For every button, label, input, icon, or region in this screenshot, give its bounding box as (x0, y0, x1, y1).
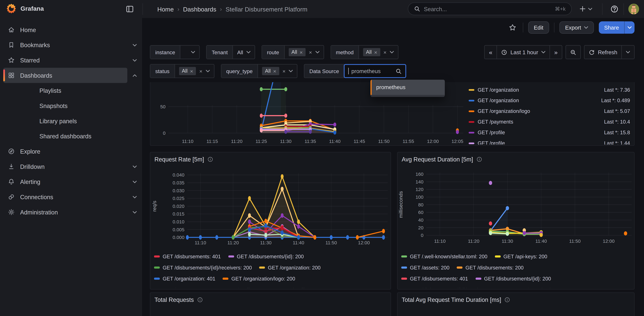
legend-item[interactable]: GET /profileLast *: 1.44 (469, 138, 630, 145)
filter-route[interactable]: routeAll ×× (262, 45, 324, 59)
sidebar-subitem-shared-dashboards[interactable]: Shared dashboards (0, 128, 142, 144)
sidebar-item-alerting[interactable]: Alerting (0, 174, 142, 190)
legend-item[interactable]: GET /.well-known/stellar.toml: 200 (401, 254, 488, 260)
time-back-button[interactable]: « (485, 46, 496, 59)
filter-clear-icon[interactable]: × (384, 49, 386, 55)
info-icon[interactable] (208, 156, 213, 162)
legend-item[interactable]: GET /profile: 401 (272, 287, 319, 288)
filter-instance[interactable]: instance (150, 45, 200, 59)
info-icon[interactable] (476, 156, 482, 162)
legend-item[interactable]: GET /paymentsLast *: 10.4 (469, 117, 630, 127)
new-menu-button[interactable] (579, 5, 592, 12)
star-dashboard-button[interactable] (507, 22, 518, 33)
breadcrumb-item[interactable]: Dashboards (183, 6, 216, 12)
legend-item[interactable]: GET /profileLast *: 15.8 (469, 127, 630, 138)
datasource-option-prometheus[interactable]: prometheus (370, 80, 445, 95)
svg-text:11:55: 11:55 (403, 139, 414, 144)
share-menu-button[interactable] (624, 22, 634, 34)
legend-item[interactable]: GET /disbursements/{id}: 200 (228, 254, 304, 260)
sidebar-toggle-icon[interactable] (126, 5, 134, 13)
panel-title-text[interactable]: Total Requests (154, 296, 194, 303)
time-range-picker[interactable]: Last 1 hour (496, 46, 550, 59)
sidebar-item-administration[interactable]: Administration (0, 204, 142, 220)
chevron-down-icon (133, 59, 137, 62)
share-button[interactable]: Share (599, 22, 624, 34)
filter-method[interactable]: methodAll ×× (330, 45, 398, 59)
refresh-button[interactable]: Refresh (584, 46, 621, 59)
user-avatar[interactable] (628, 4, 639, 14)
filter-clear-icon[interactable]: × (199, 68, 202, 74)
sidebar-subitem-library-panels[interactable]: Library panels (0, 113, 142, 128)
legend-item[interactable]: GET /profile: 200 (217, 287, 264, 288)
legend-item[interactable]: GET /disbursements/{id}/receivers: 200 (401, 287, 499, 288)
breadcrumb-item[interactable]: Home (157, 6, 174, 12)
legend-item[interactable]: GET /organization: 401 (154, 276, 216, 282)
sidebar-item-chevron[interactable] (127, 165, 142, 168)
legend-item[interactable]: GET /disbursements: 401 (401, 276, 468, 282)
info-icon[interactable] (197, 297, 203, 303)
chevron-down-icon (133, 196, 137, 198)
avg-duration-legend: GET /.well-known/stellar.toml: 200GET /a… (401, 251, 630, 288)
legend-item[interactable]: GET /disbursements/{id}: 200 (476, 276, 551, 282)
active-indicator-bar (3, 69, 5, 81)
sidebar-item-chevron[interactable] (127, 180, 142, 183)
filter-data-source[interactable]: Data Sourceprometheus (304, 64, 406, 78)
legend-item[interactable]: GET /organization/logo: 200 (223, 276, 295, 282)
help-icon[interactable] (610, 5, 618, 13)
edit-button[interactable]: Edit (528, 22, 549, 34)
panel-title-text[interactable]: Avg Request Duration [5m] (402, 156, 473, 163)
sidebar-item-chevron[interactable] (127, 44, 142, 46)
chip-remove-icon[interactable]: × (273, 68, 276, 74)
filter-chip[interactable]: All × (262, 67, 279, 75)
chip-remove-icon[interactable]: × (190, 68, 193, 74)
legend-item[interactable]: GET /disbursements: 401 (154, 254, 221, 260)
legend-item[interactable]: GET /organizationLast *: 0.489 (469, 95, 630, 106)
legend-item[interactable]: GET /organization/logoLast *: 5.07 (469, 106, 630, 117)
filter-status[interactable]: statusAll ×× (150, 64, 214, 78)
sidebar-subitem-snapshots[interactable]: Snapshots (0, 98, 142, 113)
legend-item[interactable]: GET /disbursements/{id}/receivers: 200 (154, 265, 252, 270)
legend-item[interactable]: GET /organizationLast *: 7.36 (469, 84, 630, 95)
legend-item[interactable]: GET /organization: 200 (259, 265, 320, 270)
legend-label: GET /organization: 200 (268, 265, 320, 270)
legend-item[interactable]: GET /organization: 200 (506, 287, 568, 288)
sidebar-item-chevron[interactable] (127, 59, 142, 62)
sidebar-item-chevron[interactable] (127, 196, 142, 198)
sidebar-item-chevron[interactable] (127, 211, 142, 213)
refresh-interval-button[interactable] (621, 46, 634, 59)
sidebar-item-starred[interactable]: Starred (0, 52, 142, 68)
breadcrumb-item[interactable]: Stellar Disbursement Platform (226, 6, 308, 12)
filter-chip[interactable]: All × (363, 48, 380, 56)
sidebar-item-connections[interactable]: Connections (0, 189, 142, 204)
info-icon[interactable] (504, 297, 510, 303)
time-forward-button[interactable]: » (550, 46, 562, 59)
filter-chip[interactable]: All × (179, 67, 196, 75)
svg-text:11:30: 11:30 (260, 240, 272, 245)
sidebar-item-chevron[interactable] (127, 74, 142, 77)
filter-chip[interactable]: All × (288, 48, 306, 56)
filter-clear-icon[interactable]: × (309, 49, 312, 55)
filter-tenant[interactable]: TenantAll (206, 45, 255, 59)
search-input[interactable]: Search... ⌘+k (408, 2, 572, 15)
sidebar-item-explore[interactable]: Explore (0, 144, 142, 159)
sidebar-item-bookmarks[interactable]: Bookmarks (0, 38, 142, 53)
zoom-out-button[interactable] (566, 46, 580, 59)
datasource-dropdown: prometheus (370, 80, 445, 97)
datasource-search-input[interactable]: prometheus (344, 64, 406, 78)
legend-item[interactable]: GET /payments: 200 (154, 287, 210, 288)
panel-title-text[interactable]: Request Rate [5m] (154, 156, 204, 163)
legend-item[interactable]: GET /disbursements: 200 (457, 265, 524, 270)
filter-query_type[interactable]: query_typeAll ×× (221, 64, 298, 78)
sidebar-subitem-playlists[interactable]: Playlists (0, 83, 142, 98)
chip-remove-icon[interactable]: × (300, 49, 303, 55)
sidebar-item-home[interactable]: Home (0, 22, 142, 38)
sidebar-item-drilldown[interactable]: Drilldown (0, 159, 142, 174)
chip-remove-icon[interactable]: × (374, 49, 377, 55)
sidebar-item-dashboards[interactable]: Dashboards (0, 68, 142, 83)
export-button[interactable]: Export (560, 22, 594, 34)
filter-value: All ×× (284, 46, 324, 59)
panel-title-text[interactable]: Total Avg Request Time Duration [ms] (402, 296, 501, 303)
filter-clear-icon[interactable]: × (282, 68, 286, 74)
legend-item[interactable]: GET /assets: 200 (401, 265, 450, 270)
legend-item[interactable]: GET /api-keys: 200 (495, 254, 547, 260)
